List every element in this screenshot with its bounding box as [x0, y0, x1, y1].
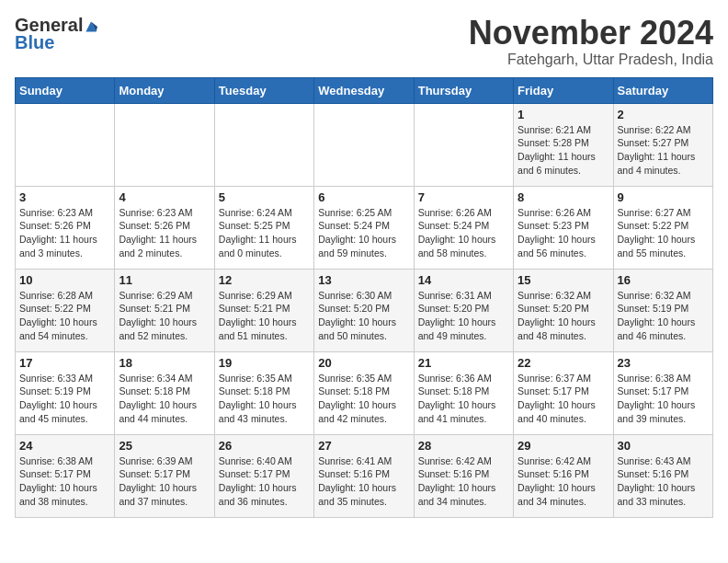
day-number: 28 [418, 439, 509, 453]
day-number: 26 [219, 439, 310, 453]
day-cell-28: 28Sunrise: 6:42 AM Sunset: 5:16 PM Dayli… [414, 434, 513, 517]
day-cell-20: 20Sunrise: 6:35 AM Sunset: 5:18 PM Dayli… [314, 351, 414, 434]
day-number: 3 [19, 190, 110, 204]
logo-blue: Blue [15, 32, 54, 53]
header: General Blue November 2024 Fatehgarh, Ut… [15, 15, 713, 68]
week-row-4: 17Sunrise: 6:33 AM Sunset: 5:19 PM Dayli… [16, 351, 713, 434]
day-cell-23: 23Sunrise: 6:38 AM Sunset: 5:17 PM Dayli… [613, 351, 712, 434]
day-cell-15: 15Sunrise: 6:32 AM Sunset: 5:20 PM Dayli… [514, 269, 613, 351]
day-info: Sunrise: 6:25 AM Sunset: 5:24 PM Dayligh… [318, 206, 409, 260]
day-number: 7 [418, 190, 509, 204]
day-number: 19 [219, 356, 310, 370]
empty-cell [314, 103, 414, 186]
location-title: Fatehgarh, Uttar Pradesh, India [469, 52, 713, 68]
day-cell-8: 8Sunrise: 6:26 AM Sunset: 5:23 PM Daylig… [514, 186, 613, 269]
day-info: Sunrise: 6:29 AM Sunset: 5:21 PM Dayligh… [219, 289, 310, 343]
day-cell-13: 13Sunrise: 6:30 AM Sunset: 5:20 PM Dayli… [314, 269, 414, 351]
weekday-header-saturday: Saturday [613, 77, 712, 103]
day-cell-24: 24Sunrise: 6:38 AM Sunset: 5:17 PM Dayli… [16, 434, 115, 517]
day-cell-25: 25Sunrise: 6:39 AM Sunset: 5:17 PM Dayli… [115, 434, 214, 517]
day-info: Sunrise: 6:21 AM Sunset: 5:28 PM Dayligh… [518, 123, 609, 178]
day-cell-29: 29Sunrise: 6:42 AM Sunset: 5:16 PM Dayli… [514, 434, 613, 517]
day-info: Sunrise: 6:32 AM Sunset: 5:20 PM Dayligh… [518, 289, 609, 343]
day-info: Sunrise: 6:23 AM Sunset: 5:26 PM Dayligh… [119, 206, 210, 260]
day-cell-5: 5Sunrise: 6:24 AM Sunset: 5:25 PM Daylig… [214, 186, 313, 269]
day-number: 15 [518, 273, 609, 287]
weekday-header-sunday: Sunday [16, 77, 115, 103]
day-number: 2 [618, 108, 709, 121]
day-number: 9 [618, 190, 709, 204]
day-number: 11 [119, 273, 210, 287]
day-cell-6: 6Sunrise: 6:25 AM Sunset: 5:24 PM Daylig… [314, 186, 414, 269]
day-cell-12: 12Sunrise: 6:29 AM Sunset: 5:21 PM Dayli… [214, 269, 313, 351]
day-info: Sunrise: 6:24 AM Sunset: 5:25 PM Dayligh… [219, 206, 310, 260]
day-info: Sunrise: 6:32 AM Sunset: 5:19 PM Dayligh… [618, 289, 709, 343]
day-number: 16 [618, 273, 709, 287]
day-number: 22 [518, 356, 609, 370]
day-info: Sunrise: 6:31 AM Sunset: 5:20 PM Dayligh… [418, 289, 509, 343]
day-info: Sunrise: 6:22 AM Sunset: 5:27 PM Dayligh… [618, 123, 709, 178]
day-number: 20 [318, 356, 409, 370]
day-info: Sunrise: 6:29 AM Sunset: 5:21 PM Dayligh… [119, 289, 210, 343]
day-number: 21 [418, 356, 509, 370]
day-cell-30: 30Sunrise: 6:43 AM Sunset: 5:16 PM Dayli… [613, 434, 712, 517]
day-cell-1: 1Sunrise: 6:21 AM Sunset: 5:28 PM Daylig… [514, 103, 613, 186]
day-number: 23 [618, 356, 709, 370]
day-info: Sunrise: 6:35 AM Sunset: 5:18 PM Dayligh… [219, 372, 310, 426]
day-info: Sunrise: 6:33 AM Sunset: 5:19 PM Dayligh… [19, 372, 110, 426]
logo-icon [85, 20, 97, 33]
day-info: Sunrise: 6:42 AM Sunset: 5:16 PM Dayligh… [518, 454, 609, 509]
day-number: 24 [19, 439, 110, 453]
day-number: 1 [518, 108, 609, 121]
logo: General Blue [15, 15, 97, 53]
weekday-header-monday: Monday [115, 77, 214, 103]
day-info: Sunrise: 6:23 AM Sunset: 5:26 PM Dayligh… [19, 206, 110, 260]
week-row-2: 3Sunrise: 6:23 AM Sunset: 5:26 PM Daylig… [16, 186, 713, 269]
day-info: Sunrise: 6:28 AM Sunset: 5:22 PM Dayligh… [19, 289, 110, 343]
day-info: Sunrise: 6:34 AM Sunset: 5:18 PM Dayligh… [119, 372, 210, 426]
weekday-header-row: SundayMondayTuesdayWednesdayThursdayFrid… [16, 77, 713, 103]
day-number: 4 [119, 190, 210, 204]
week-row-3: 10Sunrise: 6:28 AM Sunset: 5:22 PM Dayli… [16, 269, 713, 351]
day-cell-11: 11Sunrise: 6:29 AM Sunset: 5:21 PM Dayli… [115, 269, 214, 351]
empty-cell [115, 103, 214, 186]
weekday-header-friday: Friday [514, 77, 613, 103]
day-cell-26: 26Sunrise: 6:40 AM Sunset: 5:17 PM Dayli… [214, 434, 313, 517]
day-number: 10 [19, 273, 110, 287]
day-info: Sunrise: 6:39 AM Sunset: 5:17 PM Dayligh… [119, 454, 210, 509]
day-number: 8 [518, 190, 609, 204]
calendar-table: SundayMondayTuesdayWednesdayThursdayFrid… [15, 77, 713, 518]
day-cell-2: 2Sunrise: 6:22 AM Sunset: 5:27 PM Daylig… [613, 103, 712, 186]
day-number: 13 [318, 273, 409, 287]
day-number: 27 [318, 439, 409, 453]
day-info: Sunrise: 6:37 AM Sunset: 5:17 PM Dayligh… [518, 372, 609, 426]
weekday-header-wednesday: Wednesday [314, 77, 414, 103]
day-cell-22: 22Sunrise: 6:37 AM Sunset: 5:17 PM Dayli… [514, 351, 613, 434]
day-cell-3: 3Sunrise: 6:23 AM Sunset: 5:26 PM Daylig… [16, 186, 115, 269]
day-number: 29 [518, 439, 609, 453]
day-number: 18 [119, 356, 210, 370]
day-number: 30 [618, 439, 709, 453]
day-cell-9: 9Sunrise: 6:27 AM Sunset: 5:22 PM Daylig… [613, 186, 712, 269]
weekday-header-tuesday: Tuesday [214, 77, 313, 103]
day-cell-27: 27Sunrise: 6:41 AM Sunset: 5:16 PM Dayli… [314, 434, 414, 517]
day-cell-21: 21Sunrise: 6:36 AM Sunset: 5:18 PM Dayli… [414, 351, 513, 434]
day-cell-19: 19Sunrise: 6:35 AM Sunset: 5:18 PM Dayli… [214, 351, 313, 434]
day-info: Sunrise: 6:26 AM Sunset: 5:24 PM Dayligh… [418, 206, 509, 260]
day-info: Sunrise: 6:36 AM Sunset: 5:18 PM Dayligh… [418, 372, 509, 426]
empty-cell [214, 103, 313, 186]
day-info: Sunrise: 6:26 AM Sunset: 5:23 PM Dayligh… [518, 206, 609, 260]
title-area: November 2024 Fatehgarh, Uttar Pradesh, … [469, 15, 713, 68]
day-cell-10: 10Sunrise: 6:28 AM Sunset: 5:22 PM Dayli… [16, 269, 115, 351]
week-row-1: 1Sunrise: 6:21 AM Sunset: 5:28 PM Daylig… [16, 103, 713, 186]
empty-cell [16, 103, 115, 186]
day-info: Sunrise: 6:40 AM Sunset: 5:17 PM Dayligh… [219, 454, 310, 509]
day-info: Sunrise: 6:42 AM Sunset: 5:16 PM Dayligh… [418, 454, 509, 509]
day-info: Sunrise: 6:41 AM Sunset: 5:16 PM Dayligh… [318, 454, 409, 509]
day-number: 17 [19, 356, 110, 370]
day-cell-14: 14Sunrise: 6:31 AM Sunset: 5:20 PM Dayli… [414, 269, 513, 351]
day-number: 12 [219, 273, 310, 287]
week-row-5: 24Sunrise: 6:38 AM Sunset: 5:17 PM Dayli… [16, 434, 713, 517]
day-info: Sunrise: 6:35 AM Sunset: 5:18 PM Dayligh… [318, 372, 409, 426]
month-title: November 2024 [469, 15, 713, 52]
